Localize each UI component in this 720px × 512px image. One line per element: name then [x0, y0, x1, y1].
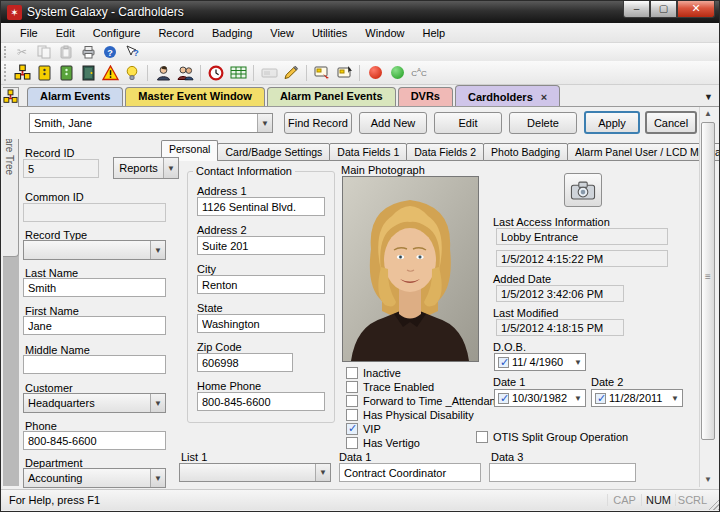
state-field[interactable]	[197, 314, 325, 333]
physical-disability-checkbox[interactable]	[346, 409, 358, 421]
subtab-photo-badging[interactable]: Photo Badging	[483, 143, 568, 161]
panel-yellow-icon[interactable]	[34, 64, 54, 82]
has-vertigo-checkbox[interactable]	[346, 437, 358, 449]
record-type-combo[interactable]: ▼	[23, 240, 166, 260]
chevron-down-icon[interactable]: ▼	[150, 469, 165, 487]
first-name-field[interactable]	[23, 316, 166, 335]
schedule-grid-icon[interactable]	[228, 64, 248, 82]
date2-checkbox[interactable]	[595, 393, 606, 404]
cancel-button[interactable]: Cancel	[645, 111, 697, 134]
event-bulb-icon[interactable]	[122, 64, 142, 82]
paste-icon[interactable]	[56, 43, 76, 61]
has-vertigo-checkbox-row[interactable]: Has Vertigo	[346, 437, 420, 449]
subtab-data-fields-2[interactable]: Data Fields 2	[406, 143, 484, 161]
find-record-button[interactable]: Find Record	[284, 112, 352, 134]
apply-button[interactable]: Apply	[584, 111, 640, 134]
chevron-down-icon[interactable]: ▼	[163, 158, 178, 178]
resize-grip[interactable]	[709, 490, 720, 510]
data3-field[interactable]	[489, 463, 636, 482]
forward-time-attendance-checkbox[interactable]	[346, 395, 358, 407]
stop-red-icon[interactable]	[365, 64, 385, 82]
trace-enabled-checkbox-row[interactable]: Trace Enabled	[346, 381, 434, 393]
inactive-checkbox[interactable]	[346, 367, 358, 379]
copy-icon[interactable]	[34, 43, 54, 61]
panel-green-icon[interactable]	[56, 64, 76, 82]
time-clock-icon[interactable]	[206, 64, 226, 82]
menu-window[interactable]: Window	[356, 25, 413, 41]
chevron-down-icon[interactable]: ▼	[150, 241, 165, 259]
scroll-down-icon[interactable]: ▼	[701, 473, 715, 487]
tab-scroll-arrow-icon[interactable]: ▼	[704, 92, 713, 102]
hardware-tree-icon[interactable]	[3, 89, 18, 104]
scrollbar-thumb[interactable]	[701, 122, 715, 440]
otis-split-group-checkbox[interactable]	[476, 431, 488, 443]
list1-combo[interactable]: ▼	[179, 463, 331, 482]
scroll-up-icon[interactable]: ▲	[701, 107, 715, 121]
dob-datepicker[interactable]: 11/ 4/1960 ▼	[494, 353, 586, 371]
vertical-scrollbar[interactable]: ▲ ▼	[699, 107, 715, 487]
operators-icon[interactable]	[175, 64, 195, 82]
trace-enabled-checkbox[interactable]	[346, 381, 358, 393]
menu-utilities[interactable]: Utilities	[303, 25, 356, 41]
hardware-tree-icon[interactable]	[12, 64, 32, 82]
badge-export-icon[interactable]	[312, 64, 332, 82]
otis-checkbox-row[interactable]: OTIS Split Group Operation	[476, 431, 628, 443]
menu-file[interactable]: File	[11, 25, 47, 41]
edit-button[interactable]: Edit	[434, 112, 502, 134]
go-green-icon[interactable]	[387, 64, 407, 82]
chevron-down-icon[interactable]: ▼	[571, 354, 585, 370]
home-phone-field[interactable]	[197, 392, 325, 411]
record-search-combo[interactable]: Smith, Jane ▼	[29, 113, 273, 133]
door-icon[interactable]	[78, 64, 98, 82]
vip-checkbox[interactable]	[346, 423, 358, 435]
subtab-card-badge-settings[interactable]: Card/Badge Settings	[217, 143, 330, 161]
delete-button[interactable]: Delete	[509, 112, 577, 134]
date1-checkbox[interactable]	[498, 393, 509, 404]
print-icon[interactable]	[78, 43, 98, 61]
print-badge-icon[interactable]	[259, 64, 279, 82]
cardholder-icon[interactable]	[153, 64, 173, 82]
city-field[interactable]	[197, 275, 325, 294]
close-button[interactable]: ✕	[677, 1, 715, 18]
edit-badge-icon[interactable]	[281, 64, 301, 82]
reports-button[interactable]: Reports ▼	[113, 157, 179, 179]
chevron-down-icon[interactable]: ▼	[668, 390, 682, 406]
menu-badging[interactable]: Badging	[203, 25, 261, 41]
subtab-alarm-panel-user-lcd[interactable]: Alarm Panel User / LCD Message	[567, 143, 720, 161]
capture-photo-button[interactable]	[564, 173, 602, 207]
maximize-button[interactable]: ▢	[650, 1, 677, 18]
badge-import-icon[interactable]	[334, 64, 354, 82]
cac-icon[interactable]: CAC	[409, 64, 429, 82]
tab-dvrs[interactable]: DVRs	[398, 87, 453, 106]
forward-time-attendance-checkbox-row[interactable]: Forward to Time _Attendance	[346, 395, 507, 407]
address1-field[interactable]	[197, 197, 325, 216]
context-help-icon[interactable]: ?	[122, 43, 142, 61]
vip-checkbox-row[interactable]: VIP	[346, 423, 381, 435]
subtab-data-fields-1[interactable]: Data Fields 1	[329, 143, 407, 161]
dob-checkbox[interactable]	[498, 357, 509, 368]
tab-alarm-events[interactable]: Alarm Events	[27, 87, 123, 106]
address2-field[interactable]	[197, 236, 325, 255]
title-bar[interactable]: ✶ System Galaxy - Cardholders – ▢ ✕	[1, 1, 720, 23]
middle-name-field[interactable]	[23, 355, 166, 374]
tab-master-event-window[interactable]: Master Event Window	[125, 87, 265, 106]
minimize-button[interactable]: –	[623, 1, 650, 18]
inactive-checkbox-row[interactable]: Inactive	[346, 367, 401, 379]
tab-alarm-panel-events[interactable]: Alarm Panel Events	[267, 87, 396, 106]
customer-combo[interactable]: Headquarters ▼	[23, 393, 166, 413]
add-new-button[interactable]: Add New	[359, 112, 427, 134]
date1-datepicker[interactable]: 10/30/1982 ▼	[494, 389, 586, 407]
chevron-down-icon[interactable]: ▼	[571, 390, 585, 406]
phone-field[interactable]	[23, 431, 166, 450]
data1-field[interactable]	[339, 463, 481, 482]
help-icon[interactable]: ?	[100, 43, 120, 61]
menu-view[interactable]: View	[261, 25, 303, 41]
menu-record[interactable]: Record	[149, 25, 202, 41]
menu-edit[interactable]: Edit	[47, 25, 84, 41]
last-name-field[interactable]	[23, 278, 166, 297]
tab-close-icon[interactable]: ×	[541, 91, 547, 103]
physical-disability-checkbox-row[interactable]: Has Physical Disability	[346, 409, 474, 421]
cut-icon[interactable]: ✂	[12, 43, 32, 61]
chevron-down-icon[interactable]: ▼	[315, 464, 330, 481]
zip-code-field[interactable]	[197, 353, 293, 372]
